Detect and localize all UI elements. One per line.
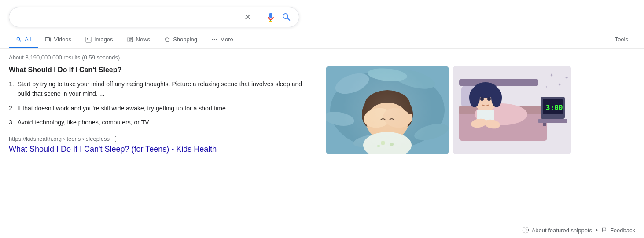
tab-more[interactable]: More xyxy=(204,32,240,48)
svg-point-18 xyxy=(352,132,387,150)
svg-point-3 xyxy=(87,38,88,39)
svg-rect-25 xyxy=(365,114,371,123)
divider xyxy=(258,12,258,22)
svg-point-51 xyxy=(491,88,502,107)
svg-rect-60 xyxy=(538,119,567,123)
images-tab-icon xyxy=(85,37,92,43)
snippet-list: Start by trying to take your mind off an… xyxy=(9,79,308,128)
svg-rect-30 xyxy=(395,110,401,121)
svg-point-12 xyxy=(330,70,445,150)
svg-point-17 xyxy=(367,67,408,83)
illustration-background: ✦ ✦ ✦ ✦ xyxy=(453,66,571,154)
svg-point-52 xyxy=(480,97,484,101)
tab-shopping[interactable]: Shopping xyxy=(157,32,204,48)
svg-rect-33 xyxy=(407,114,412,123)
shopping-tab-icon xyxy=(164,37,170,43)
result-title-link[interactable]: What Should I Do If I Can't Sleep? (for … xyxy=(9,145,308,154)
snippet-content: What Should I Do If I Can't Sleep? Start… xyxy=(9,66,308,156)
snippet-image-photo[interactable] xyxy=(326,66,449,156)
svg-point-15 xyxy=(326,110,355,128)
tab-videos[interactable]: Videos xyxy=(38,32,78,48)
search-button-icon[interactable] xyxy=(281,12,292,22)
tab-news-label: News xyxy=(136,36,151,43)
results-container: About 8,190,000,000 results (0.59 second… xyxy=(0,49,528,156)
svg-rect-32 xyxy=(404,113,408,122)
svg-text:✦: ✦ xyxy=(558,83,561,87)
svg-point-50 xyxy=(469,88,480,107)
source-options-icon[interactable]: ⋮ xyxy=(112,135,119,143)
sleep-photo-svg xyxy=(326,66,449,154)
tab-images-label: Images xyxy=(94,36,113,43)
mic-icon[interactable] xyxy=(265,12,276,22)
svg-rect-0 xyxy=(46,37,50,41)
svg-text:3:00: 3:00 xyxy=(546,103,563,112)
svg-point-20 xyxy=(364,90,410,121)
svg-point-8 xyxy=(212,39,213,40)
tab-tools[interactable]: Tools xyxy=(608,32,635,48)
source-url-text: https://kidshealth.org › teens › sleeple… xyxy=(9,135,110,142)
svg-point-21 xyxy=(362,101,378,128)
snippet-image-illustration[interactable]: ✦ ✦ ✦ ✦ xyxy=(453,66,571,156)
photo-background xyxy=(326,66,449,154)
svg-rect-43 xyxy=(459,79,538,86)
tab-news[interactable]: News xyxy=(120,32,158,48)
svg-rect-26 xyxy=(370,112,375,121)
svg-point-16 xyxy=(412,121,449,143)
svg-point-37 xyxy=(377,145,380,147)
nav-tabs: All Videos Images News Shopping xyxy=(0,32,644,49)
svg-point-19 xyxy=(364,92,410,141)
snippet-images: ✦ ✦ ✦ ✦ xyxy=(326,66,571,156)
svg-text:✦: ✦ xyxy=(549,72,554,78)
search-bar: what to do when you can't sleep ✕ xyxy=(9,7,299,27)
video-tab-icon xyxy=(45,37,51,43)
source-url: https://kidshealth.org › teens › sleeple… xyxy=(9,135,308,143)
svg-point-10 xyxy=(216,39,217,40)
svg-point-13 xyxy=(333,70,372,98)
search-icons: ✕ xyxy=(244,12,292,22)
news-tab-icon xyxy=(127,37,133,43)
svg-text:✦: ✦ xyxy=(565,75,568,80)
svg-rect-28 xyxy=(378,111,384,121)
svg-point-36 xyxy=(390,143,394,146)
svg-rect-27 xyxy=(374,111,379,121)
snippet-title: What Should I Do If I Can't Sleep? xyxy=(9,66,308,74)
svg-point-53 xyxy=(487,97,491,101)
search-bar-container: what to do when you can't sleep ✕ xyxy=(0,0,644,32)
svg-point-24 xyxy=(362,106,394,130)
snippet-item-1: Start by trying to take your mind off an… xyxy=(9,79,308,99)
search-input[interactable]: what to do when you can't sleep xyxy=(16,13,241,21)
svg-rect-31 xyxy=(399,112,405,122)
more-tab-icon xyxy=(211,37,217,43)
svg-point-34 xyxy=(363,132,412,154)
tab-all[interactable]: All xyxy=(9,32,38,48)
snippet-item-3: Avoid technology, like phones, computers… xyxy=(9,117,308,127)
results-stats: About 8,190,000,000 results (0.59 second… xyxy=(9,54,519,61)
tab-shopping-label: Shopping xyxy=(173,36,197,43)
svg-rect-11 xyxy=(326,66,449,154)
svg-point-14 xyxy=(390,66,437,92)
search-tab-icon xyxy=(16,37,22,43)
svg-text:✦: ✦ xyxy=(545,85,548,88)
snippet-item-2: If that doesn't work and you're still wi… xyxy=(9,103,308,113)
tab-more-label: More xyxy=(220,36,233,43)
tab-all-label: All xyxy=(25,36,31,43)
svg-point-29 xyxy=(382,106,413,130)
featured-snippet: What Should I Do If I Can't Sleep? Start… xyxy=(9,66,519,156)
svg-point-23 xyxy=(366,103,408,139)
svg-point-22 xyxy=(397,101,413,128)
svg-point-9 xyxy=(214,39,215,40)
svg-rect-61 xyxy=(543,123,546,126)
clear-icon[interactable]: ✕ xyxy=(244,13,251,21)
tab-images[interactable]: Images xyxy=(78,32,120,48)
sleep-illustration-svg: ✦ ✦ ✦ ✦ xyxy=(453,66,571,154)
svg-point-35 xyxy=(381,141,385,145)
tab-videos-label: Videos xyxy=(54,36,71,43)
